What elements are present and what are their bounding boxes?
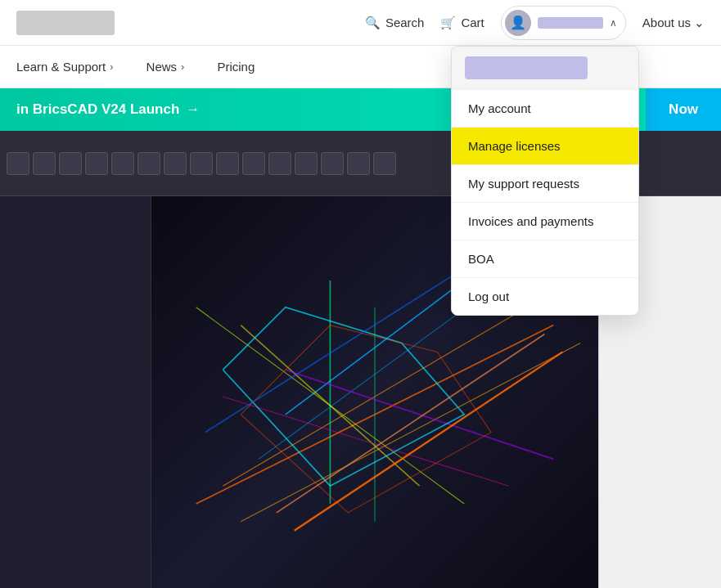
svg-line-11 — [295, 352, 563, 530]
about-label: About us — [642, 16, 691, 29]
news-arrow-icon: › — [181, 61, 184, 73]
toolbar-button[interactable] — [347, 152, 370, 175]
toolbar-button[interactable] — [33, 152, 56, 175]
toolbar-button[interactable] — [295, 152, 318, 175]
toolbar-button[interactable] — [111, 152, 134, 175]
toolbar-button[interactable] — [59, 152, 82, 175]
toolbar-button[interactable] — [268, 152, 291, 175]
toolbar-button[interactable] — [321, 152, 344, 175]
learn-support-label: Learn & Support — [16, 60, 106, 74]
logo — [16, 11, 115, 35]
banner-text: in BricsCAD V24 Launch — [16, 101, 179, 118]
search-label: Search — [385, 16, 425, 29]
svg-line-10 — [286, 370, 554, 459]
user-avatar: 👤 — [505, 10, 531, 36]
toolbar-button[interactable] — [164, 152, 187, 175]
banner-text-content: in BricsCAD V24 Launch → — [16, 101, 200, 118]
search-icon: 🔍 — [365, 16, 381, 30]
user-dropdown-menu: My account Manage licenses My support re… — [451, 46, 639, 316]
about-nav-item[interactable]: About us ⌄ — [642, 16, 705, 30]
svg-line-9 — [223, 397, 508, 486]
user-menu-trigger[interactable]: 👤 ∧ — [501, 6, 626, 40]
banner-arrow-icon: → — [186, 101, 200, 118]
dropdown-boa[interactable]: BOA — [452, 240, 638, 278]
learn-support-arrow-icon: › — [110, 61, 113, 73]
dropdown-invoices[interactable]: Invoices and payments — [452, 203, 638, 240]
dropdown-my-support[interactable]: My support requests — [452, 165, 638, 203]
user-name-bar — [538, 17, 603, 29]
pricing-label: Pricing — [217, 60, 255, 74]
top-navigation: 🔍 Search 🛒 Cart 👤 ∧ About us ⌄ — [0, 0, 721, 46]
toolbar-button[interactable] — [190, 152, 213, 175]
news-nav-item[interactable]: News › — [146, 60, 185, 74]
logo-area — [16, 11, 115, 35]
learn-support-nav-item[interactable]: Learn & Support › — [16, 60, 114, 74]
try-now-button[interactable]: Now — [646, 88, 721, 131]
dropdown-username-bar — [465, 56, 588, 79]
svg-line-2 — [241, 343, 580, 521]
search-nav-item[interactable]: 🔍 Search — [365, 16, 425, 30]
top-nav-right: 🔍 Search 🛒 Cart 👤 ∧ About us ⌄ — [365, 6, 705, 40]
about-chevron-icon: ⌄ — [694, 16, 705, 30]
news-label: News — [146, 60, 178, 74]
cart-icon: 🛒 — [440, 16, 456, 30]
cart-nav-item[interactable]: 🛒 Cart — [440, 16, 484, 30]
bricscad-left-panel — [0, 196, 151, 588]
toolbar-button[interactable] — [137, 152, 160, 175]
user-icon: 👤 — [510, 15, 526, 30]
dropdown-my-account[interactable]: My account — [452, 90, 638, 128]
toolbar-button[interactable] — [373, 152, 396, 175]
cart-label: Cart — [461, 16, 484, 29]
toolbar-button[interactable] — [7, 152, 29, 175]
toolbar-button[interactable] — [216, 152, 239, 175]
toolbar-button[interactable] — [85, 152, 108, 175]
toolbar-button[interactable] — [242, 152, 265, 175]
dropdown-header — [452, 47, 638, 90]
chevron-up-icon: ∧ — [610, 17, 617, 29]
dropdown-manage-licenses[interactable]: Manage licenses — [452, 128, 638, 165]
dropdown-logout[interactable]: Log out — [452, 278, 638, 315]
pricing-nav-item[interactable]: Pricing — [217, 60, 255, 74]
